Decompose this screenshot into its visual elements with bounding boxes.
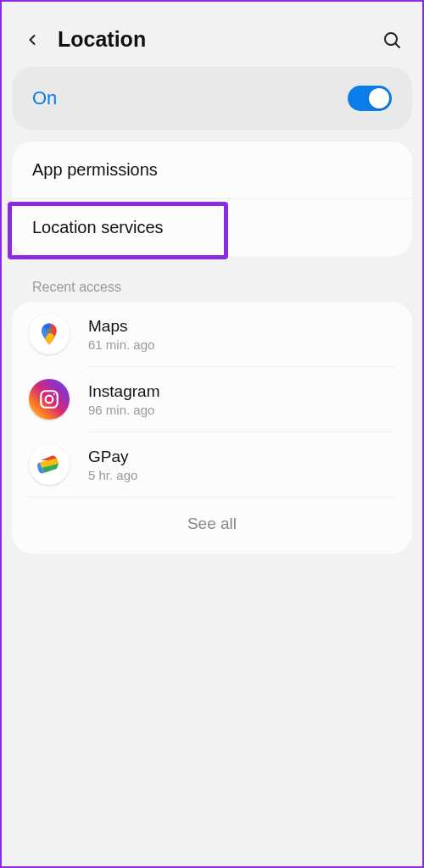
toggle-label: On: [32, 87, 57, 109]
app-time: 96 min. ago: [88, 403, 159, 417]
location-toggle-switch[interactable]: [348, 86, 392, 111]
maps-icon: [29, 314, 70, 354]
recent-app-row[interactable]: Instagram 96 min. ago: [12, 367, 412, 431]
app-time: 61 min. ago: [88, 337, 154, 352]
instagram-icon: [29, 379, 70, 420]
chevron-left-icon: [24, 31, 41, 48]
svg-point-2: [47, 328, 52, 333]
menu-item-label: App permissions: [32, 160, 158, 179]
see-all-button[interactable]: See all: [12, 498, 412, 554]
app-name: Maps: [88, 317, 154, 336]
menu-item-label: Location services: [32, 218, 164, 236]
svg-line-1: [395, 43, 399, 47]
svg-point-4: [46, 396, 53, 403]
app-time: 5 hr. ago: [88, 468, 137, 482]
app-permissions-item[interactable]: App permissions: [12, 142, 412, 199]
svg-rect-3: [41, 391, 58, 408]
recent-access-label: Recent access: [12, 268, 412, 302]
gpay-icon: [29, 444, 70, 485]
switch-knob: [369, 88, 389, 108]
location-services-item[interactable]: Location services: [12, 199, 412, 256]
app-name: GPay: [88, 448, 137, 466]
search-icon: [382, 30, 402, 50]
page-title: Location: [58, 27, 380, 52]
header: Location: [12, 17, 412, 67]
menu-card: App permissions Location services: [12, 142, 412, 256]
app-name: Instagram: [88, 382, 159, 401]
location-toggle-card: On: [12, 67, 412, 130]
svg-point-5: [53, 393, 55, 395]
back-button[interactable]: [20, 28, 44, 52]
recent-app-row[interactable]: GPay 5 hr. ago: [12, 432, 412, 497]
recent-access-card: Maps 61 min. ago Instagram 96 min. ago: [12, 302, 412, 554]
recent-app-row[interactable]: Maps 61 min. ago: [12, 302, 412, 366]
search-button[interactable]: [380, 28, 404, 52]
